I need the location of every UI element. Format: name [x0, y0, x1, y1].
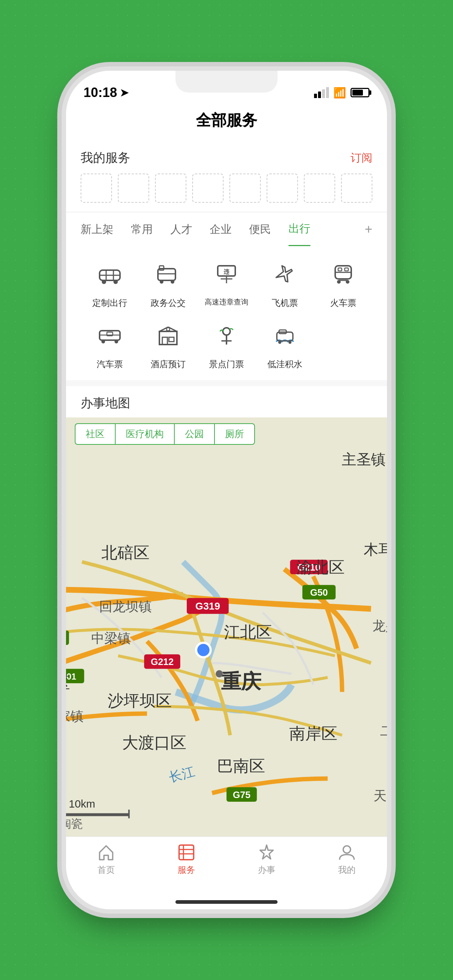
battery-icon	[351, 88, 370, 97]
scenic-label: 景点门票	[209, 358, 244, 370]
svg-text:龙兴: 龙兴	[372, 619, 387, 633]
service-bus-ticket[interactable]: 汽车票	[81, 318, 139, 370]
screen: 10:18 ➤ 📶 全部服务	[66, 71, 387, 909]
svg-rect-29	[169, 337, 174, 342]
filter-tab-medical[interactable]: 医疗机构	[115, 423, 174, 445]
subscribe-link[interactable]: 订阅	[351, 151, 372, 165]
service-gov-bus[interactable]: 政务公交	[139, 256, 197, 309]
tab-enterprise[interactable]: 企业	[210, 213, 231, 246]
notch	[175, 71, 278, 92]
affairs-nav-icon	[257, 843, 276, 862]
svg-text:G212: G212	[151, 657, 174, 667]
page-title-bar: 全部服务	[66, 103, 387, 139]
map-container[interactable]: G319 G93 G5001 G50 G210 G212	[66, 417, 387, 836]
tab-new[interactable]: 新上架	[81, 213, 113, 246]
phone-frame: 10:18 ➤ 📶 全部服务	[66, 71, 387, 909]
svg-point-23	[101, 340, 105, 344]
flight-icon	[266, 256, 303, 293]
filter-tab-park[interactable]: 公园	[174, 423, 214, 445]
bus-ticket-icon	[91, 318, 128, 354]
svg-text:中梁镇: 中梁镇	[91, 631, 131, 646]
svg-text:G75: G75	[233, 790, 250, 800]
highway-label: 高速违章查询	[205, 297, 248, 307]
placeholder-box-3	[155, 173, 187, 203]
svg-text:渝北区: 渝北区	[297, 558, 345, 576]
train-label: 火车票	[330, 297, 356, 309]
location-arrow-icon: ➤	[120, 87, 128, 99]
svg-text:回龙坝镇: 回龙坝镇	[99, 600, 152, 614]
service-train[interactable]: 火车票	[314, 256, 372, 309]
nav-services[interactable]: 服务	[177, 843, 196, 876]
svg-rect-84	[66, 813, 129, 816]
svg-text:北碚区: 北碚区	[101, 544, 150, 562]
placeholder-box-6	[266, 173, 298, 203]
custom-travel-label: 定制出行	[92, 297, 127, 309]
nav-services-label: 服务	[178, 864, 195, 876]
custom-travel-icon	[91, 256, 128, 293]
svg-point-2	[113, 280, 118, 284]
wifi-icon: 📶	[333, 87, 346, 99]
svg-point-24	[115, 340, 118, 344]
svg-point-8	[160, 280, 163, 284]
svg-point-1	[102, 280, 106, 284]
svg-point-9	[171, 280, 174, 284]
content-area: 我的服务 订阅 新上架 常用 人才 企业	[66, 139, 387, 836]
hotel-icon	[150, 318, 187, 354]
tab-navigation: 新上架 常用 人才 企业 便民 出行 +	[66, 212, 387, 246]
svg-rect-91	[179, 845, 194, 860]
tab-add-icon[interactable]: +	[365, 222, 372, 237]
signal-icon	[314, 87, 329, 98]
tab-travel[interactable]: 出行	[289, 213, 310, 246]
placeholder-box-1	[81, 173, 112, 203]
bus-ticket-label: 汽车票	[97, 358, 123, 370]
flight-label: 飞机票	[272, 297, 298, 309]
svg-point-79	[215, 670, 223, 678]
svg-text:璧山区: 璧山区	[66, 674, 70, 692]
map-section-title: 办事地图	[66, 386, 387, 417]
service-section: 定制出行 政务公交	[66, 246, 387, 380]
nav-home-label: 首页	[97, 864, 115, 876]
service-hotel[interactable]: 酒店预订	[139, 318, 197, 370]
placeholder-box-4	[192, 173, 223, 203]
svg-text:江北区: 江北区	[224, 624, 272, 641]
time-display: 10:18	[83, 85, 117, 100]
nav-mine-label: 我的	[338, 864, 356, 876]
service-scenic[interactable]: 景点门票	[197, 318, 256, 370]
bottom-navigation: 首页 服务 办事	[66, 836, 387, 895]
services-nav-icon	[177, 843, 196, 862]
svg-text:重庆: 重庆	[221, 670, 262, 693]
svg-point-78	[196, 643, 211, 657]
page-title: 全部服务	[66, 110, 387, 130]
svg-text:违: 违	[223, 269, 230, 275]
status-time: 10:18 ➤	[83, 85, 128, 100]
svg-point-39	[289, 341, 292, 344]
placeholder-box-7	[304, 173, 335, 203]
my-services-title: 我的服务	[81, 150, 130, 166]
service-grid-row1: 定制出行 政务公交	[81, 256, 372, 370]
filter-tab-toilet[interactable]: 厕所	[214, 423, 255, 445]
svg-text:10km: 10km	[69, 798, 95, 810]
tab-convenience[interactable]: 便民	[249, 213, 271, 246]
nav-affairs[interactable]: 办事	[257, 843, 276, 876]
service-highway[interactable]: 违 高速违章查询	[197, 256, 256, 309]
svg-text:大渡口区: 大渡口区	[122, 734, 187, 751]
svg-text:木耳镇: 木耳镇	[364, 541, 387, 557]
nav-mine[interactable]: 我的	[337, 843, 356, 876]
home-nav-icon	[97, 843, 116, 862]
tab-common[interactable]: 常用	[131, 213, 153, 246]
service-waterlog[interactable]: 低洼积水	[256, 318, 314, 370]
filter-tab-community[interactable]: 社区	[75, 423, 115, 445]
svg-point-33	[223, 328, 230, 335]
my-services-section: 我的服务 订阅	[66, 139, 387, 212]
nav-home[interactable]: 首页	[97, 843, 116, 876]
svg-text:二圣镇: 二圣镇	[380, 724, 387, 738]
svg-text:G319: G319	[196, 600, 220, 612]
svg-text:普家镇: 普家镇	[66, 709, 83, 724]
service-flight[interactable]: 飞机票	[256, 256, 314, 309]
placeholder-box-5	[230, 173, 261, 203]
dashed-boxes	[81, 173, 372, 203]
tab-talent[interactable]: 人才	[170, 213, 192, 246]
service-custom-travel[interactable]: 定制出行	[81, 256, 139, 309]
svg-text:G50: G50	[310, 587, 328, 598]
svg-text:沙坪坝区: 沙坪坝区	[108, 692, 172, 710]
